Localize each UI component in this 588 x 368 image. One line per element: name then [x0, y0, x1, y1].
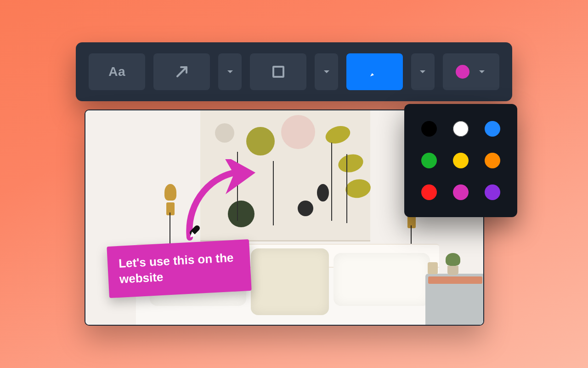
color-swatch-orange[interactable] [485, 153, 500, 168]
arrow-tool-dropdown[interactable] [218, 53, 242, 90]
color-swatch-magenta[interactable] [453, 184, 469, 200]
photo-pillow [251, 248, 329, 315]
photo-painting [200, 110, 370, 242]
chevron-down-icon [478, 68, 486, 76]
pen-tool-dropdown[interactable] [411, 53, 435, 90]
color-swatch-blue[interactable] [485, 121, 500, 137]
svg-rect-0 [273, 67, 283, 77]
color-swatch-green[interactable] [421, 153, 437, 168]
chevron-down-icon [322, 68, 331, 76]
annotation-text-label[interactable]: Let's use this on the website [107, 239, 251, 298]
photo-nightstand [425, 274, 484, 326]
text-icon: Aa [108, 64, 125, 79]
color-tool-button[interactable] [443, 53, 499, 90]
rectangle-icon [269, 63, 288, 81]
pen-cursor-icon [187, 222, 205, 240]
pen-tool-button[interactable] [346, 53, 403, 90]
annotation-toolbar: Aa [76, 42, 512, 101]
chevron-down-icon [226, 68, 234, 76]
photo-pillow [334, 253, 430, 306]
color-swatch-red[interactable] [421, 184, 437, 200]
shape-tool-button[interactable] [250, 53, 306, 90]
arrow-icon [173, 63, 191, 81]
color-swatch-purple[interactable] [485, 184, 500, 200]
color-swatch-yellow[interactable] [453, 153, 469, 168]
arrow-tool-button[interactable] [153, 53, 210, 90]
photo-mug [428, 262, 438, 274]
color-swatch-black[interactable] [421, 121, 437, 137]
current-color-swatch [456, 65, 469, 79]
shape-tool-dropdown[interactable] [315, 53, 338, 90]
text-tool-button[interactable]: Aa [89, 53, 145, 90]
photo-sconce-left [161, 184, 180, 212]
color-swatch-white[interactable] [453, 121, 469, 137]
chevron-down-icon [418, 68, 427, 76]
color-picker-popover [404, 104, 517, 217]
photo-plant [444, 253, 462, 275]
pen-icon [365, 62, 384, 81]
